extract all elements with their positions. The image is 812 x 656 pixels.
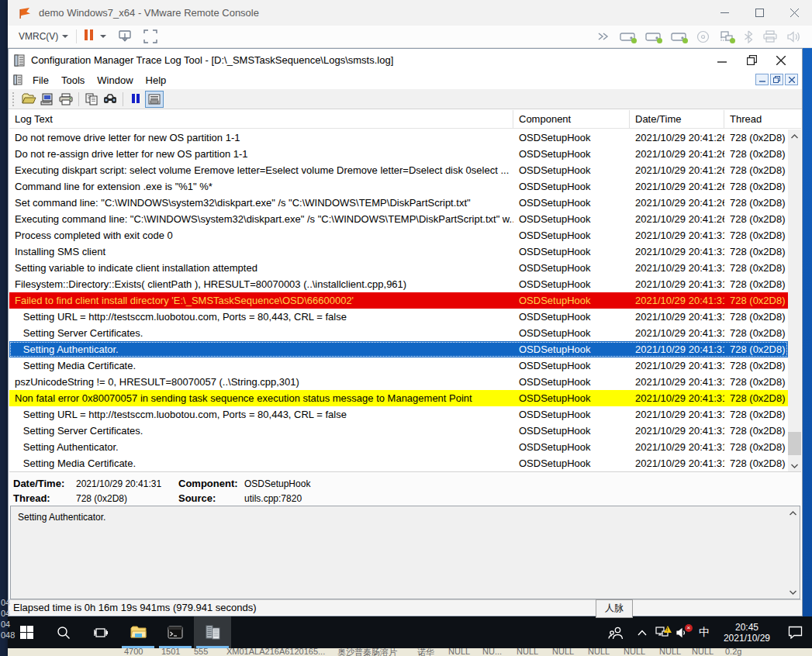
column-header-thread[interactable]: Thread [724, 110, 790, 128]
log-cell: 728 (0x2D8) [724, 311, 790, 323]
log-row[interactable]: Set command line: "C:\WINDOWS\system32\d… [9, 195, 788, 211]
sound-icon[interactable] [787, 31, 801, 43]
hard-disk-3-icon[interactable] [671, 31, 686, 43]
vmware-close-button[interactable] [777, 0, 812, 26]
task-view-button[interactable] [82, 616, 119, 648]
suspend-vm-button[interactable] [85, 29, 106, 43]
detail-source-value: utils.cpp:7820 [244, 493, 302, 504]
log-row[interactable]: Setting Authenticator.OSDSetupHook2021/1… [9, 341, 788, 357]
column-header-component[interactable]: Component [513, 110, 630, 128]
menu-file[interactable]: File [26, 74, 55, 86]
scroll-up-icon[interactable] [786, 506, 800, 520]
print-button[interactable] [57, 91, 75, 108]
taskbar-clock[interactable]: 20:45 2021/10/29 [716, 622, 778, 644]
log-row[interactable]: Setting Authenticator.OSDSetupHook2021/1… [9, 439, 788, 455]
log-row[interactable]: Setting URL = http://testsccm.luobotou.c… [9, 309, 788, 325]
cmtrace-window: Configuration Manager Trace Log Tool - [… [8, 48, 803, 616]
log-row[interactable]: Setting Media Certificate.OSDSetupHook20… [9, 455, 788, 471]
scrollbar-thumb[interactable] [788, 432, 801, 455]
log-row[interactable]: Setting Media Certificate.OSDSetupHook20… [9, 357, 788, 374]
send-ctrl-alt-del-button[interactable] [117, 29, 133, 43]
bluetooth-icon[interactable] [744, 30, 753, 43]
menu-help[interactable]: Help [140, 74, 173, 86]
scroll-down-icon[interactable] [788, 459, 801, 472]
command-prompt-button[interactable] [157, 616, 194, 648]
hard-disk-2-icon[interactable] [645, 31, 661, 43]
fullscreen-button[interactable] [143, 29, 157, 43]
log-row[interactable]: Do not remove drive letter for new OS pa… [9, 129, 788, 146]
column-header-datetime[interactable]: Date/Time [630, 110, 724, 128]
printer-icon[interactable] [763, 30, 777, 43]
log-row[interactable]: Filesystem::Directory::Exists( clientPat… [9, 276, 788, 292]
tray-expand-chevron[interactable] [632, 630, 652, 636]
log-row[interactable]: Setting Server Certificates.OSDSetupHook… [9, 325, 788, 341]
toolbar-separator [76, 29, 77, 43]
log-cell: OSDSetupHook [513, 246, 630, 257]
log-row[interactable]: Installing SMS clientOSDSetupHook2021/10… [9, 243, 788, 260]
mdi-restore-button[interactable] [770, 74, 783, 85]
copy-button[interactable] [82, 91, 101, 108]
spreadsheet-fragment: NULL [448, 648, 470, 656]
open-file-button[interactable] [19, 91, 38, 108]
action-center-button[interactable] [778, 626, 812, 639]
cmtrace-restore-button[interactable] [737, 49, 766, 71]
log-cell: OSDSetupHook [513, 409, 630, 420]
find-button[interactable] [101, 91, 119, 108]
mdi-minimize-button[interactable] [755, 74, 769, 85]
network-status-icon[interactable] [652, 627, 672, 638]
cmtrace-taskbar-button[interactable] [194, 616, 231, 648]
log-cell: OSDSetupHook [513, 392, 630, 404]
log-table-scrollbar[interactable] [788, 129, 801, 472]
cmtrace-minimize-button[interactable] [707, 49, 737, 71]
scroll-up-icon[interactable] [788, 129, 801, 143]
vmware-maximize-button[interactable] [742, 0, 777, 26]
log-row[interactable]: pszUnicodeString != 0, HRESULT=80070057 … [9, 374, 788, 390]
menu-window[interactable]: Window [91, 74, 139, 86]
log-row[interactable]: Setting Server Certificates.OSDSetupHook… [9, 423, 788, 439]
log-cell: 2021/10/29 20:41:31 [630, 392, 724, 404]
network-adapter-icon[interactable] [720, 30, 734, 43]
log-row[interactable]: Setting URL = http://testsccm.luobotou.c… [9, 406, 788, 423]
scroll-down-icon[interactable] [786, 585, 800, 599]
log-row[interactable]: Executing command line: "C:\WINDOWS\syst… [9, 211, 788, 227]
log-cell: Do not remove drive letter for new OS pa… [9, 132, 513, 143]
mdi-close-button[interactable] [785, 74, 798, 85]
log-cell: Do not re-assign drive letter for new OS… [9, 148, 513, 160]
menu-tools[interactable]: Tools [55, 74, 91, 86]
log-row[interactable]: Failed to find client install directory … [9, 292, 788, 309]
hard-disk-1-icon[interactable] [620, 31, 635, 43]
vmware-remote-console-window: demo Windows7_x64 - VMware Remote Consol… [8, 0, 812, 656]
log-cell: 2021/10/29 20:41:26 [630, 132, 724, 143]
vmrc-menu-button[interactable]: VMRC(V) [19, 31, 68, 42]
log-row[interactable]: Setting variable to indicate client inst… [9, 260, 788, 276]
column-header-logtext[interactable]: Log Text [9, 110, 513, 128]
log-row[interactable]: Command line for extension .exe is "%1" … [9, 178, 788, 195]
log-row[interactable]: Process completed with exit code 0OSDSet… [9, 227, 788, 243]
pause-log-button[interactable] [126, 91, 145, 108]
detail-scrollbar[interactable] [786, 506, 800, 599]
log-cell: OSDSetupHook [513, 213, 630, 225]
people-button[interactable] [599, 626, 632, 640]
file-explorer-button[interactable] [119, 616, 157, 648]
log-cell: 728 (0x2D8) [724, 230, 790, 241]
log-cell: 728 (0x2D8) [724, 213, 790, 225]
log-cell: 728 (0x2D8) [724, 392, 790, 404]
volume-muted-icon[interactable]: × [672, 627, 693, 638]
detail-text-pane[interactable]: Setting Authenticator. [10, 506, 800, 599]
log-row[interactable]: Do not re-assign drive letter for new OS… [9, 146, 788, 162]
search-button[interactable] [45, 616, 82, 648]
error-lookup-button[interactable] [38, 91, 57, 108]
cmtrace-close-button[interactable] [766, 49, 796, 71]
ime-indicator[interactable]: 中 [693, 626, 716, 640]
vmrc-toolbar: VMRC(V) [8, 26, 812, 48]
log-cell: Setting Authenticator. [9, 344, 513, 355]
log-cell: 2021/10/29 20:41:31 [630, 278, 724, 290]
log-cell: Executing command line: "C:\WINDOWS\syst… [9, 213, 513, 225]
highlight-toggle-button[interactable] [145, 91, 164, 108]
more-devices-icon[interactable] [597, 32, 610, 41]
log-row[interactable]: Non fatal error 0x80070057 in sending ta… [9, 390, 788, 406]
vmware-minimize-button[interactable] [707, 0, 742, 26]
cd-dvd-icon[interactable] [696, 30, 710, 43]
log-row[interactable]: Executing diskpart script: select volume… [9, 162, 788, 178]
log-cell: 728 (0x2D8) [724, 457, 790, 469]
